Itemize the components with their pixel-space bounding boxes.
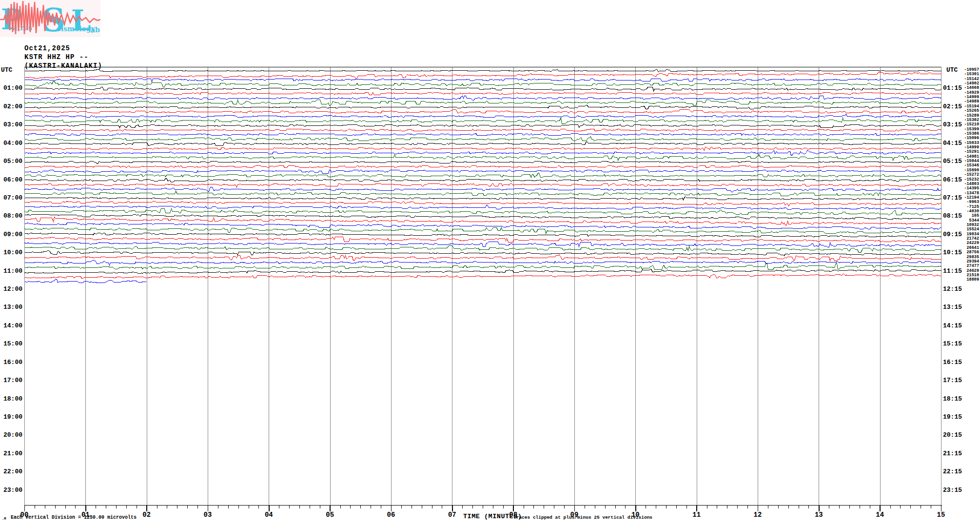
minute-label: 11: [686, 511, 707, 519]
hour-label-left: 06:00: [0, 177, 22, 183]
minute-label: 02: [136, 511, 157, 519]
hour-label-left: 12:00: [0, 286, 22, 293]
hour-label-left: 23:00: [0, 487, 22, 494]
hour-label-left: 14:00: [0, 323, 22, 329]
seismo-trace-row: [25, 202, 941, 206]
hour-label-left: 02:00: [0, 103, 22, 110]
hour-label-left: 11:00: [0, 268, 22, 275]
hour-label-left: 17:00: [0, 377, 22, 384]
hour-label-left: 18:00: [0, 396, 22, 403]
seismo-trace-row: [25, 114, 941, 118]
hour-label-right: 19:15: [943, 414, 972, 421]
footer-prefix-glyph: .M: [2, 517, 6, 521]
seismo-trace-row: [25, 124, 941, 128]
seismo-trace-row: [25, 162, 941, 164]
seismo-trace-row: [25, 274, 941, 279]
seismo-trace-row: [25, 233, 941, 238]
seismo-trace-row: [25, 205, 941, 210]
seismo-trace-row: [25, 251, 941, 256]
hour-label-left: 09:00: [0, 231, 22, 238]
seismo-trace-row: [25, 187, 941, 192]
seismo-trace-row: [25, 129, 941, 131]
hour-label-left: 03:00: [0, 122, 22, 128]
hour-label-right: 23:15: [943, 487, 972, 494]
hour-label-left: 19:00: [0, 414, 22, 421]
hour-label-left: 21:00: [0, 450, 22, 457]
hour-label-left: 01:00: [0, 85, 22, 92]
seismo-trace-row: [25, 70, 941, 72]
hour-label-right: 22:15: [943, 468, 972, 475]
seismo-trace-row: [25, 269, 941, 274]
hour-label-left: 07:00: [0, 195, 22, 202]
hour-label-right: 18:15: [943, 396, 972, 403]
seismo-trace-row: [25, 151, 941, 156]
hour-label-left: 13:00: [0, 304, 22, 311]
seismo-trace-row: [25, 179, 941, 182]
seismo-trace-row: [25, 137, 941, 141]
seismo-trace-row: [25, 184, 941, 187]
helicorder-plot: [0, 0, 980, 527]
seismo-trace-row: [25, 81, 941, 87]
hour-label-left: 16:00: [0, 359, 22, 366]
hour-label-left: 20:00: [0, 432, 22, 439]
row-end-value: 18809: [944, 278, 979, 282]
minute-label: 13: [808, 511, 829, 519]
seismo-trace-row: [25, 166, 941, 168]
seismo-trace-row: [25, 170, 941, 174]
seismo-trace-row: [25, 191, 941, 196]
seismo-trace-row: [25, 87, 941, 91]
minute-label: 12: [747, 511, 768, 519]
minute-label: 03: [197, 511, 218, 519]
seismo-trace-row: [25, 134, 941, 136]
seismo-trace-row: [25, 197, 941, 200]
minute-label: 04: [258, 511, 279, 519]
hour-label-left: 22:00: [0, 468, 22, 475]
footer-vertical-division: Each Vertical Division = 1250.00 microvo…: [11, 515, 137, 520]
hour-label-left: 04:00: [0, 140, 22, 147]
seismo-trace-row: [25, 118, 941, 124]
seismo-trace-row: [25, 237, 941, 243]
seismo-trace-row: [25, 242, 941, 247]
seismo-trace-row: [25, 280, 146, 283]
seismo-trace-row: [25, 173, 941, 178]
hour-label-right: 17:15: [943, 377, 972, 384]
hour-label-right: 15:15: [943, 341, 972, 347]
minute-label: 06: [380, 511, 402, 519]
hour-label-left: 15:00: [0, 341, 22, 347]
seismo-trace-row: [25, 93, 941, 95]
seismo-trace-row: [25, 228, 941, 234]
hour-label-left: 05:00: [0, 158, 22, 165]
hour-label-left: 08:00: [0, 213, 22, 220]
hour-label-right: 13:15: [943, 304, 972, 311]
seismo-trace-row: [25, 96, 941, 101]
minute-label: 05: [319, 511, 341, 519]
seismo-trace-row: [25, 105, 941, 109]
seismo-trace-row: [25, 100, 941, 106]
seismo-trace-row: [25, 223, 941, 229]
seismo-trace-row: [25, 79, 941, 82]
seismo-trace-row: [25, 155, 941, 161]
seismo-trace-row: [25, 256, 941, 261]
minute-label: 07: [441, 511, 463, 519]
hour-label-right: 16:15: [943, 359, 972, 366]
footer-clip-note: Traces clipped at plus/minus 25 vertical…: [513, 515, 652, 520]
seismo-trace-row: [25, 142, 941, 146]
hour-label-right: 20:15: [943, 432, 972, 439]
seismo-trace-row: [25, 264, 941, 270]
seismo-trace-row: [25, 73, 941, 79]
minute-label: 15: [930, 511, 952, 519]
seismo-trace-row: [25, 215, 941, 220]
hour-label-right: 21:15: [943, 450, 972, 457]
minute-label: 14: [869, 511, 891, 519]
hour-label-right: 12:15: [943, 286, 972, 293]
hour-label-left: 10:00: [0, 249, 22, 256]
hour-label-right: 14:15: [943, 323, 972, 329]
seismo-trace-row: [25, 261, 941, 265]
seismo-trace-row: [25, 110, 941, 113]
seismo-trace-row: [25, 147, 941, 151]
